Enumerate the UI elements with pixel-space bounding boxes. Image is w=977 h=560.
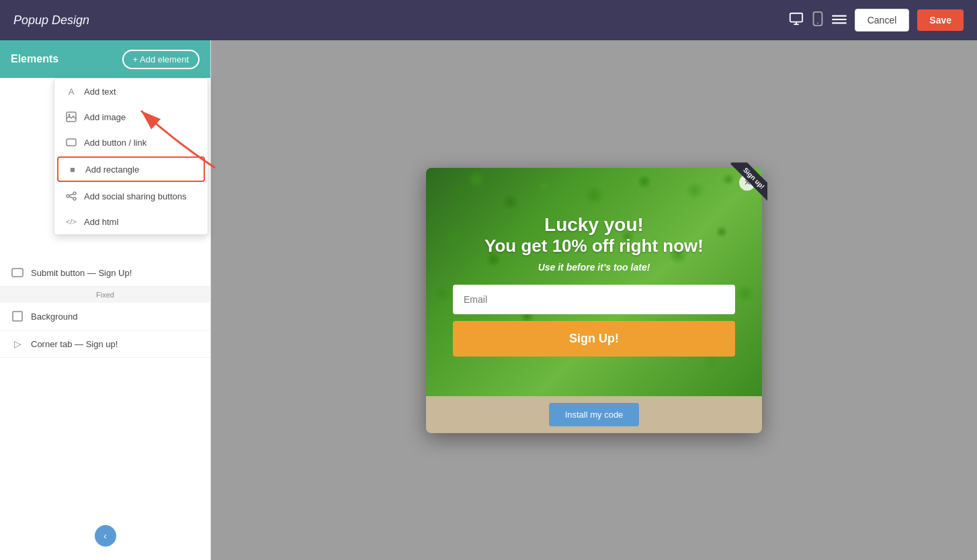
sidebar-item-corner-tab[interactable]: ▷ Corner tab — Sign up!: [0, 330, 210, 358]
cancel-button[interactable]: Cancel: [855, 9, 910, 32]
collapse-sidebar-button[interactable]: ‹: [95, 525, 116, 547]
add-element-dropdown: A Add text Add image Add button / link ■…: [54, 78, 208, 235]
image-icon: [65, 111, 77, 123]
svg-point-12: [73, 197, 76, 200]
corner-tab-text: Sign up!: [730, 162, 767, 202]
popup-bottom-bar: Install my code: [426, 396, 762, 433]
text-icon: A: [65, 85, 77, 97]
mobile-icon[interactable]: [812, 11, 824, 30]
sidebar-items: Submit button — Sign Up! Fixed Backgroun…: [0, 259, 210, 358]
svg-point-4: [817, 22, 818, 24]
sidebar-item-submit-label: Submit button — Sign Up!: [31, 268, 132, 278]
popup-heading2: You get 10% off right now!: [484, 236, 704, 256]
topbar: Popup Design Cancel Save: [0, 0, 977, 40]
main-layout: Elements + Add element A Add text Add im…: [0, 40, 977, 560]
canvas-area: Sign up! ✕ Lucky you! You get 10% off ri…: [211, 40, 977, 560]
popup-email-input[interactable]: [453, 285, 735, 314]
button-icon: [65, 136, 77, 148]
html-icon: </>: [65, 216, 77, 228]
svg-rect-0: [790, 13, 802, 21]
page-title: Popup Design: [13, 13, 89, 28]
share-icon: [65, 190, 77, 202]
popup-preview-wrapper: Sign up! ✕ Lucky you! You get 10% off ri…: [426, 168, 762, 433]
install-code-button[interactable]: Install my code: [549, 403, 640, 426]
menu-item-add-social[interactable]: Add social sharing buttons: [54, 183, 208, 209]
menu-item-add-social-label: Add social sharing buttons: [84, 191, 186, 201]
menu-item-add-html-label: Add html: [84, 217, 118, 227]
add-element-button[interactable]: + Add element: [122, 50, 200, 69]
menu-item-add-button-label: Add button / link: [84, 138, 146, 148]
sidebar-item-corner-tab-label: Corner tab — Sign up!: [31, 339, 118, 349]
svg-line-15: [69, 197, 73, 198]
svg-rect-10: [67, 139, 76, 146]
rectangle-icon: ■: [67, 163, 79, 175]
menu-item-add-button[interactable]: Add button / link: [54, 130, 208, 155]
sidebar-item-submit-btn[interactable]: Submit button — Sign Up!: [0, 259, 210, 287]
popup-preview: ✕ Lucky you! You get 10% off right now! …: [426, 168, 762, 433]
menu-item-add-text[interactable]: A Add text: [54, 79, 208, 104]
background-icon: [11, 310, 24, 323]
menu-item-add-rectangle[interactable]: ■ Add rectangle: [57, 156, 205, 182]
menu-item-add-rectangle-label: Add rectangle: [85, 165, 139, 175]
menu-item-add-image-label: Add image: [84, 112, 126, 122]
svg-line-14: [69, 194, 73, 195]
svg-point-13: [67, 195, 69, 197]
popup-subtext: Use it before it's too late!: [538, 262, 650, 273]
fixed-section-label: Fixed: [0, 287, 210, 303]
menu-item-add-html[interactable]: </> Add html: [54, 209, 208, 234]
sidebar-item-background[interactable]: Background: [0, 303, 210, 330]
svg-point-11: [73, 192, 76, 195]
sidebar-header: Elements + Add element: [0, 40, 210, 78]
corner-tab-preview: Sign up!: [720, 162, 767, 209]
popup-heading1: Lucky you!: [544, 214, 644, 236]
svg-rect-18: [13, 312, 22, 321]
sidebar-item-background-label: Background: [31, 312, 77, 322]
save-button[interactable]: Save: [917, 9, 964, 31]
menu-item-add-image[interactable]: Add image: [54, 104, 208, 130]
popup-signup-button[interactable]: Sign Up!: [453, 321, 735, 357]
menu-icon[interactable]: [832, 13, 847, 28]
menu-item-add-text-label: Add text: [84, 87, 116, 97]
sidebar: Elements + Add element A Add text Add im…: [0, 40, 211, 560]
submit-icon: [11, 266, 24, 279]
sidebar-title: Elements: [11, 53, 58, 65]
topbar-actions: Cancel Save: [789, 9, 964, 32]
svg-rect-17: [12, 269, 23, 277]
desktop-icon[interactable]: [789, 11, 804, 30]
popup-background: ✕ Lucky you! You get 10% off right now! …: [426, 168, 762, 396]
corner-tab-icon: ▷: [11, 337, 24, 351]
